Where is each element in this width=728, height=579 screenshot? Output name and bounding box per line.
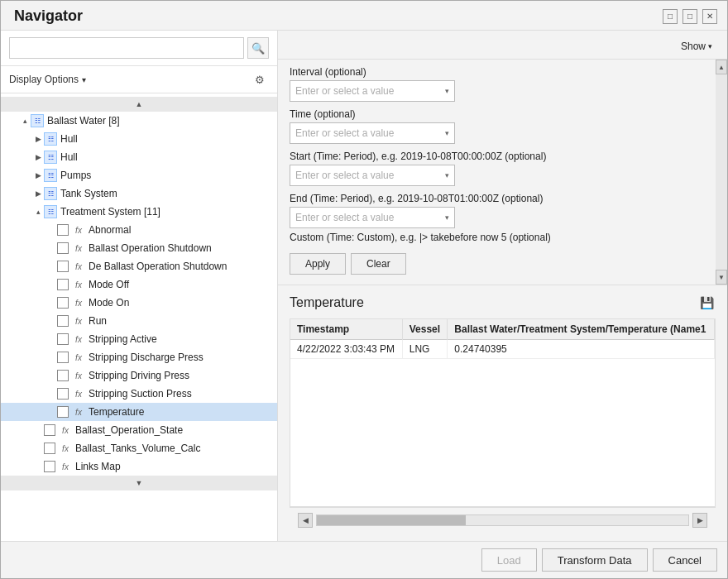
cancel-button[interactable]: Cancel [653, 548, 717, 572]
right-panel: Show Interval (optional) Enter or select… [278, 31, 727, 541]
expander-treatment-system[interactable]: ▴ [32, 208, 44, 216]
label-abnormal: Abnormal [89, 224, 131, 236]
tree-node-ballast-op-state[interactable]: fx Ballast_Operation_State [1, 421, 277, 439]
checkbox-mode-off[interactable] [57, 279, 69, 290]
tree-node-tank-system[interactable]: ▶ ☷ Tank System [1, 184, 277, 203]
search-button[interactable]: 🔍 [247, 37, 269, 59]
checkbox-ballast-op-shutdown[interactable] [57, 242, 69, 254]
settings-icon[interactable]: ⚙ [251, 70, 269, 89]
tree-node-stripping-driving[interactable]: fx Stripping Driving Press [1, 366, 277, 385]
end-label: End (Time: Period), e.g. 2019-10-08T01:0… [290, 193, 699, 204]
cell-vessel: LNG [402, 340, 448, 359]
h-scroll-track[interactable] [316, 514, 689, 526]
col-timestamp: Timestamp [290, 319, 402, 340]
label-stripping-driving: Stripping Driving Press [89, 370, 189, 381]
filter-scrollbar: ▲ ▼ [716, 60, 727, 285]
checkbox-abnormal[interactable] [57, 224, 69, 236]
tree-scroll-down[interactable]: ▼ [1, 476, 277, 490]
time-label: Time (optional) [290, 108, 699, 120]
checkbox-mode-on[interactable] [57, 297, 69, 309]
tree-node-ballast-op-shutdown[interactable]: fx Ballast Operation Shutdown [1, 239, 277, 257]
tree-node-stripping-discharge[interactable]: fx Stripping Discharge Press [1, 348, 277, 366]
expander-hull-1[interactable]: ▶ [32, 135, 44, 143]
clear-button[interactable]: Clear [351, 253, 406, 275]
display-options-toggle[interactable]: Display Options [9, 74, 86, 85]
tree-scroll-up[interactable]: ▲ [1, 97, 277, 112]
export-icon[interactable]: 💾 [697, 294, 716, 312]
data-title: Temperature [290, 295, 364, 310]
tree-node-treatment-system[interactable]: ▴ ☷ Treatment System [11] [1, 203, 277, 221]
transform-button[interactable]: Transform Data [542, 548, 648, 572]
h-scroll-right[interactable]: ▶ [692, 513, 707, 528]
restore-button[interactable]: □ [682, 9, 697, 24]
checkbox-temperature[interactable] [57, 406, 69, 418]
tree-node-stripping-active[interactable]: fx Stripping Active [1, 330, 277, 348]
h-scroll-thumb [317, 515, 466, 525]
expander-pumps[interactable]: ▶ [32, 171, 44, 179]
table-row: 4/22/2022 3:03:43 PM LNG 0.24740395 [290, 340, 715, 359]
label-run: Run [89, 315, 107, 327]
checkbox-links-map[interactable] [44, 461, 55, 472]
table-icon-hull-2: ☷ [44, 151, 57, 164]
tree-area[interactable]: ▲ ▴ ☷ Ballast Water [8] ▶ ☷ Hull ▶ ☷ [1, 93, 277, 541]
start-label: Start (Time: Period), e.g. 2019-10-08T00… [290, 151, 699, 162]
expander-tank-system[interactable]: ▶ [32, 189, 44, 198]
label-stripping-active: Stripping Active [89, 333, 157, 345]
fx-icon-ballast-op-state: fx [59, 423, 72, 437]
data-section: Temperature 💾 Timestamp Vessel Ballast W… [278, 285, 727, 541]
checkbox-stripping-suction[interactable] [57, 388, 69, 400]
end-select[interactable]: Enter or select a value ▾ [290, 207, 455, 228]
col-vessel: Vessel [402, 319, 448, 340]
tree-node-stripping-suction[interactable]: fx Stripping Suction Press [1, 385, 277, 403]
scroll-down-arrow[interactable]: ▼ [716, 270, 727, 285]
expander-ballast-water[interactable]: ▴ [19, 117, 31, 125]
label-pumps: Pumps [60, 170, 91, 181]
checkbox-stripping-active[interactable] [57, 333, 69, 345]
tree-node-mode-off[interactable]: fx Mode Off [1, 275, 277, 294]
checkbox-ballast-tanks-vol[interactable] [44, 443, 55, 454]
fx-icon-mode-on: fx [72, 296, 85, 309]
tree-node-abnormal[interactable]: fx Abnormal [1, 221, 277, 239]
h-scroll-left[interactable]: ◀ [298, 513, 313, 528]
checkbox-stripping-discharge[interactable] [57, 352, 69, 363]
time-placeholder: Enter or select a value [295, 127, 394, 139]
tree-node-ballast-water[interactable]: ▴ ☷ Ballast Water [8] [1, 112, 277, 130]
search-input[interactable] [9, 37, 244, 59]
tree-node-temperature[interactable]: fx Temperature [1, 403, 277, 421]
h-scroll-bar: ◀ ▶ [290, 507, 716, 533]
checkbox-run[interactable] [57, 315, 69, 327]
checkbox-de-ballast-op-shutdown[interactable] [57, 261, 69, 272]
data-table: Timestamp Vessel Ballast Water/Treatment… [290, 318, 716, 507]
start-select[interactable]: Enter or select a value ▾ [290, 165, 455, 186]
tree-node-hull-2[interactable]: ▶ ☷ Hull [1, 148, 277, 166]
checkbox-stripping-driving[interactable] [57, 370, 69, 381]
minimize-button[interactable]: □ [663, 9, 678, 24]
close-button[interactable]: ✕ [702, 9, 717, 24]
tree-node-pumps[interactable]: ▶ ☷ Pumps [1, 166, 277, 184]
load-button[interactable]: Load [481, 548, 537, 572]
end-dropdown-arrow: ▾ [445, 213, 449, 222]
label-de-ballast-op-shutdown: De Ballast Operation Shutdown [89, 261, 227, 272]
interval-label: Interval (optional) [290, 66, 699, 78]
show-button[interactable]: Show [678, 39, 716, 54]
tree-node-links-map[interactable]: fx Links Map [1, 457, 277, 476]
table-icon-tank-system: ☷ [44, 187, 57, 200]
label-temperature: Temperature [89, 406, 144, 418]
time-select[interactable]: Enter or select a value ▾ [290, 122, 455, 144]
interval-select[interactable]: Enter or select a value ▾ [290, 80, 455, 102]
fx-icon-stripping-discharge: fx [72, 351, 85, 364]
scroll-up-arrow[interactable]: ▲ [716, 60, 727, 74]
tree-node-de-ballast-op-shutdown[interactable]: fx De Ballast Operation Shutdown [1, 257, 277, 275]
left-panel: 🔍 Display Options ⚙ ▲ ▴ ☷ Ballast Water … [1, 31, 278, 541]
tree-node-run[interactable]: fx Run [1, 312, 277, 330]
label-treatment-system: Treatment System [11] [60, 206, 160, 218]
apply-button[interactable]: Apply [290, 253, 346, 275]
footer-bar: Load Transform Data Cancel [1, 541, 727, 578]
tree-node-hull-1[interactable]: ▶ ☷ Hull [1, 130, 277, 148]
tree-node-mode-on[interactable]: fx Mode On [1, 294, 277, 312]
tree-node-ballast-tanks-vol[interactable]: fx Ballast_Tanks_Volume_Calc [1, 439, 277, 457]
content-area: 🔍 Display Options ⚙ ▲ ▴ ☷ Ballast Water … [1, 31, 727, 541]
expander-hull-2[interactable]: ▶ [32, 153, 44, 161]
fx-icon-de-ballast-op-shutdown: fx [72, 260, 85, 273]
checkbox-ballast-op-state[interactable] [44, 424, 55, 436]
